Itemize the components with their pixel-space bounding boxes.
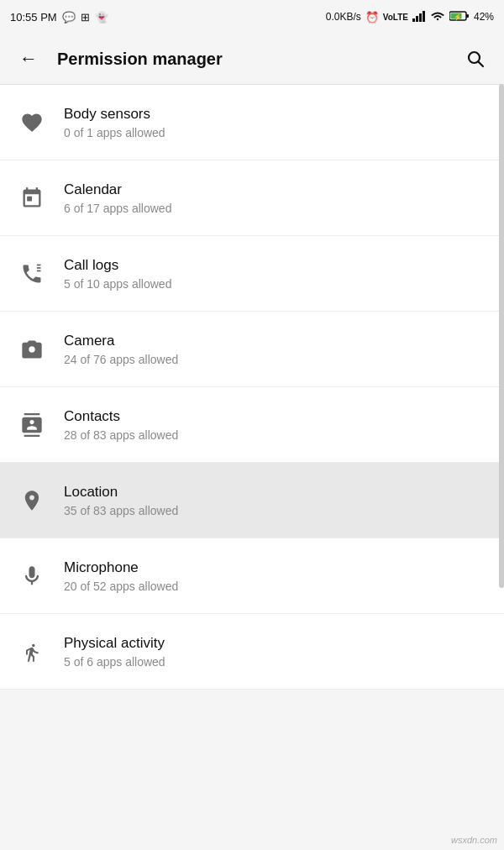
- calendar-icon: [17, 183, 47, 213]
- physical-activity-name: Physical activity: [64, 635, 165, 652]
- microphone-text: Microphone 20 of 52 apps allowed: [64, 559, 178, 593]
- physical-activity-icon: [17, 637, 47, 667]
- calendar-name: Calendar: [64, 181, 171, 198]
- contacts-count: 28 of 83 apps allowed: [64, 428, 178, 442]
- back-arrow-icon: ←: [19, 48, 38, 70]
- top-app-bar: ← Permission manager: [0, 34, 504, 84]
- search-button[interactable]: [460, 44, 491, 74]
- permission-item-call-logs[interactable]: Call logs 5 of 10 apps allowed: [0, 236, 504, 312]
- svg-rect-5: [466, 14, 469, 18]
- status-right: 0.0KB/s ⏰ VoLTE: [326, 10, 494, 24]
- location-icon: [17, 485, 47, 516]
- location-text: Location 35 of 83 apps allowed: [64, 484, 178, 517]
- camera-icon: [17, 334, 47, 365]
- wifi-icon: [430, 10, 445, 24]
- svg-point-13: [32, 643, 35, 647]
- search-icon: [465, 49, 486, 69]
- permission-item-microphone[interactable]: Microphone 20 of 52 apps allowed: [0, 538, 504, 614]
- permission-list: Body sensors 0 of 1 apps allowed Calenda…: [0, 85, 504, 690]
- camera-text: Camera 24 of 76 apps allowed: [64, 333, 178, 366]
- physical-activity-count: 5 of 6 apps allowed: [64, 655, 165, 669]
- location-count: 35 of 83 apps allowed: [64, 504, 178, 517]
- camera-name: Camera: [64, 333, 178, 349]
- call-logs-text: Call logs 5 of 10 apps allowed: [64, 257, 171, 291]
- snapchat-icon: 👻: [95, 11, 108, 24]
- permission-item-camera[interactable]: Camera 24 of 76 apps allowed: [0, 312, 504, 387]
- physical-activity-text: Physical activity 5 of 6 apps allowed: [64, 635, 165, 669]
- network-speed: 0.0KB/s: [326, 11, 361, 23]
- scrollbar[interactable]: [499, 84, 504, 588]
- svg-line-9: [479, 62, 484, 67]
- microphone-name: Microphone: [64, 559, 178, 576]
- svg-rect-0: [412, 18, 415, 22]
- permission-item-calendar[interactable]: Calendar 6 of 17 apps allowed: [0, 160, 504, 236]
- permission-item-body-sensors[interactable]: Body sensors 0 of 1 apps allowed: [0, 85, 504, 160]
- contacts-name: Contacts: [64, 408, 178, 425]
- body-sensors-icon: [17, 108, 47, 138]
- microphone-icon: [17, 561, 47, 591]
- permission-item-contacts[interactable]: Contacts 28 of 83 apps allowed: [0, 387, 504, 463]
- contacts-icon: [17, 410, 47, 440]
- body-sensors-name: Body sensors: [64, 106, 165, 123]
- grid-icon: ⊞: [81, 11, 90, 24]
- svg-rect-2: [419, 13, 422, 22]
- permission-item-physical-activity[interactable]: Physical activity 5 of 6 apps allowed: [0, 614, 504, 690]
- call-logs-count: 5 of 10 apps allowed: [64, 277, 171, 291]
- whatsapp-icon: 💬: [62, 11, 76, 24]
- svg-text:⚡: ⚡: [454, 13, 462, 21]
- status-bar: 10:55 PM 💬 ⊞ 👻 0.0KB/s ⏰ VoLTE: [0, 0, 504, 34]
- battery-percent: 42%: [474, 11, 494, 23]
- location-name: Location: [64, 484, 178, 501]
- status-left: 10:55 PM 💬 ⊞ 👻: [10, 11, 108, 24]
- alarm-icon: ⏰: [365, 11, 379, 24]
- calendar-text: Calendar 6 of 17 apps allowed: [64, 181, 171, 215]
- battery-icon: ⚡: [449, 10, 470, 24]
- svg-rect-3: [423, 11, 425, 22]
- call-logs-name: Call logs: [64, 257, 171, 274]
- call-logs-icon: [17, 259, 47, 289]
- calendar-count: 6 of 17 apps allowed: [64, 202, 171, 215]
- volte-icon: VoLTE: [383, 13, 408, 22]
- time-display: 10:55 PM: [10, 11, 57, 24]
- body-sensors-count: 0 of 1 apps allowed: [64, 126, 165, 139]
- contacts-text: Contacts 28 of 83 apps allowed: [64, 408, 178, 442]
- page-title: Permission manager: [57, 50, 447, 69]
- microphone-count: 20 of 52 apps allowed: [64, 580, 178, 593]
- signal-icon: [412, 10, 426, 24]
- svg-rect-1: [416, 16, 418, 22]
- back-button[interactable]: ←: [13, 44, 44, 74]
- body-sensors-text: Body sensors 0 of 1 apps allowed: [64, 106, 165, 139]
- permission-item-location[interactable]: Location 35 of 83 apps allowed: [0, 463, 504, 538]
- camera-count: 24 of 76 apps allowed: [64, 353, 178, 366]
- watermark: wsxdn.com: [451, 835, 497, 845]
